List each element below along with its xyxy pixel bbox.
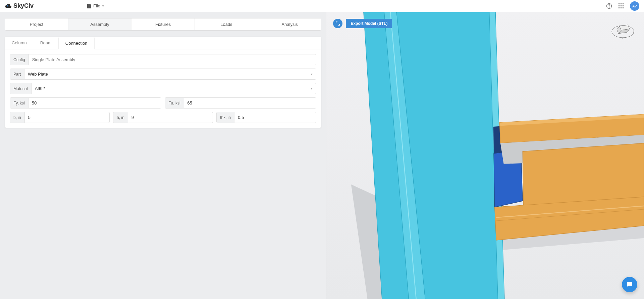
tab-fixtures[interactable]: Fixtures	[131, 18, 195, 30]
svg-point-0	[7, 5, 8, 6]
thk-label: thk, in	[217, 112, 234, 123]
tab-project[interactable]: Project	[5, 18, 68, 30]
file-menu[interactable]: File ▾	[87, 3, 104, 8]
avatar[interactable]: AV	[630, 1, 639, 11]
b-label: b, in	[10, 112, 25, 123]
h-field: h, in	[113, 112, 213, 123]
orientation-cube[interactable]: x z	[611, 22, 635, 40]
3d-viewport[interactable]: Export Model (STL) x z	[326, 12, 644, 299]
cloud-logo-icon	[5, 2, 12, 10]
material-select[interactable]: A992	[32, 83, 308, 94]
main-area: Project Assembly Fixtures Loads Analysis…	[0, 12, 644, 299]
config-label: Config	[10, 54, 29, 65]
b-input[interactable]	[25, 112, 109, 123]
topbar-right: AV	[606, 1, 639, 11]
svg-rect-8	[623, 5, 624, 6]
svg-text:z: z	[622, 37, 623, 39]
expand-icon	[336, 22, 340, 26]
topbar: SkyCiv File ▾ AV	[0, 0, 644, 12]
assembly-panel: Column Beam Connection Config Part Web P…	[5, 37, 321, 128]
h-label: h, in	[113, 112, 128, 123]
h-input[interactable]	[128, 112, 213, 123]
svg-rect-11	[623, 7, 624, 8]
connection-form: Config Part Web Plate ▾ Material A992	[5, 49, 321, 128]
config-input[interactable]	[29, 54, 316, 65]
chat-button[interactable]	[622, 277, 637, 292]
svg-rect-10	[621, 7, 622, 8]
fy-input[interactable]	[29, 98, 161, 108]
tab-assembly[interactable]: Assembly	[68, 18, 132, 30]
subtab-column[interactable]: Column	[5, 37, 34, 49]
model-render	[326, 12, 644, 299]
svg-rect-3	[619, 3, 620, 4]
thk-field: thk, in	[216, 112, 316, 123]
fu-label: Fu, ksi	[165, 98, 184, 108]
chevron-down-icon: ▾	[102, 4, 104, 8]
chat-icon	[626, 281, 633, 288]
config-field: Config	[10, 54, 316, 65]
export-model-button[interactable]: Export Model (STL)	[346, 19, 392, 28]
tab-analysis[interactable]: Analysis	[258, 18, 321, 30]
svg-rect-9	[619, 7, 620, 8]
expand-viewport-button[interactable]	[333, 19, 342, 28]
svg-point-2	[609, 7, 609, 8]
tab-loads[interactable]: Loads	[195, 18, 258, 30]
svg-rect-7	[621, 5, 622, 6]
main-tabs: Project Assembly Fixtures Loads Analysis	[5, 18, 321, 31]
viewport-controls: Export Model (STL)	[333, 19, 392, 28]
part-select[interactable]: Web Plate	[24, 69, 308, 79]
b-field: b, in	[10, 112, 110, 123]
fu-field: Fu, ksi	[165, 97, 316, 109]
svg-rect-6	[619, 5, 620, 6]
fy-field: Fy, ksi	[10, 97, 161, 109]
sub-tabs: Column Beam Connection	[5, 37, 321, 49]
part-field[interactable]: Part Web Plate ▾	[10, 69, 316, 80]
help-icon[interactable]	[606, 3, 612, 9]
fu-input[interactable]	[184, 98, 316, 108]
brand-logo: SkyCiv	[5, 2, 34, 10]
material-label: Material	[10, 83, 32, 94]
svg-text:x: x	[633, 31, 634, 33]
part-label: Part	[10, 69, 24, 79]
apps-grid-icon[interactable]	[618, 3, 625, 9]
fy-label: Fy, ksi	[10, 98, 29, 108]
file-menu-label: File	[93, 3, 100, 8]
subtab-beam[interactable]: Beam	[34, 37, 58, 49]
brand-name: SkyCiv	[13, 2, 34, 9]
thk-input[interactable]	[234, 112, 316, 123]
material-field[interactable]: Material A992 ▾	[10, 83, 316, 94]
svg-rect-5	[623, 3, 624, 4]
svg-rect-4	[621, 3, 622, 4]
file-icon	[87, 4, 91, 8]
right-pane: Export Model (STL) x z	[326, 12, 644, 299]
chevron-down-icon: ▾	[308, 69, 316, 79]
chevron-down-icon: ▾	[308, 83, 316, 94]
subtab-connection[interactable]: Connection	[58, 37, 95, 49]
left-pane: Project Assembly Fixtures Loads Analysis…	[0, 12, 326, 299]
